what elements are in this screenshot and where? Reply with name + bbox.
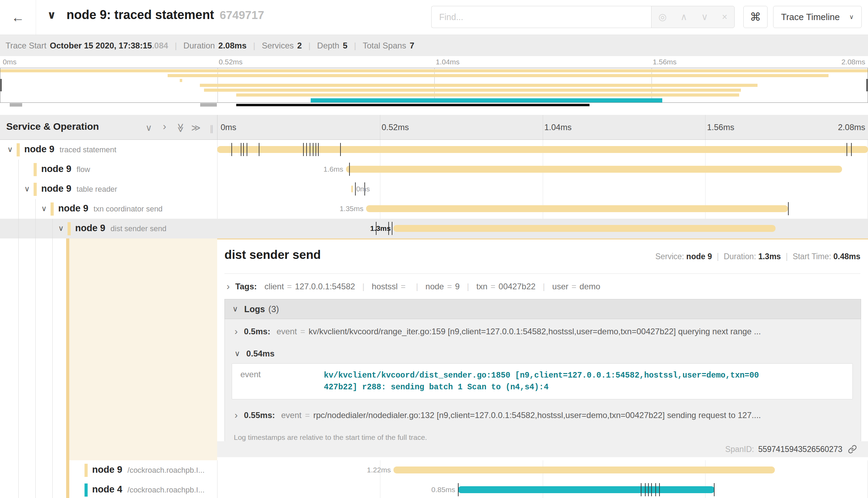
summary-value: October 15 2020, 17:38:15.084 [50,41,168,50]
minimap-drag-handle-right[interactable] [866,79,868,91]
indent-guide [35,460,36,480]
minimap-tick-label: 2.08ms [841,58,865,66]
indent-guide [35,199,36,219]
find-input[interactable] [439,12,645,22]
minimap-drag-handle-left[interactable] [0,79,2,91]
span-detail-left-column [0,238,217,460]
span-row-label-cell[interactable]: node 4/cockroach.roachpb.I... [0,480,217,498]
summary-label: Depth [317,41,339,50]
span-bar[interactable] [366,205,788,212]
service-name: node 4/cockroach.roachpb.I... [92,484,205,495]
link-icon[interactable] [848,445,857,454]
collapse-all-icon[interactable]: ≫ [175,123,186,133]
span-row: ∨node 9table reader0ms [0,179,868,199]
chevron-down-icon: ∨ [234,349,240,358]
tag-key: node [425,282,444,291]
log-entry[interactable]: ›0.55ms:event=rpc/nodedialer/nodedialer.… [225,403,861,428]
locate-icon[interactable]: ◎ [658,11,667,22]
tag-equals: = [490,282,495,291]
clear-search-icon[interactable]: × [722,12,727,22]
timeline-tick-label: 0ms [221,123,236,132]
chevron-down-icon[interactable]: ∨ [24,184,30,193]
expand-all-icon[interactable]: ≫ [191,123,201,133]
log-marker-tick [659,483,660,496]
span-duration-label: 1.35ms [339,205,363,213]
expand-one-icon[interactable]: › [163,120,166,132]
minimap-tick-label: 0.52ms [219,58,243,66]
span-duration-label: 1.6ms [324,165,343,173]
span-row-timeline-cell: 0.85ms [217,480,868,498]
operation-name: dist sender send [110,224,166,233]
selected-span-highlight [69,238,217,460]
span-bar[interactable] [458,486,714,493]
minimap-span-bar [0,69,868,72]
chevron-down-icon[interactable]: ∨ [7,145,13,154]
tag-value: demo [579,282,600,291]
log-marker-tick [788,202,789,215]
minimap-span-bar [168,74,829,77]
timeline-column-header: Service & Operation ∨ › ≫ ≫ ∥ 0ms0.52ms1… [0,115,868,140]
summary-item: Depth5 [317,41,347,51]
timeline-tick-label: 0.52ms [382,123,409,132]
summary-separator: | [354,41,356,51]
log-timestamp: 0.55ms: [244,410,275,420]
operation-name: /cockroach.roachpb.I... [127,486,205,494]
back-button[interactable]: ← [0,0,36,35]
span-row-timeline-cell: 1.3ms [217,219,868,238]
indent-guide [35,238,36,460]
indent-guide [52,480,53,498]
logs-header[interactable]: ∨Logs(3) [224,299,861,319]
tag-item: hostssl= [372,282,409,291]
log-field-key: event [232,370,324,393]
span-row: ∨node 9txn coordinator send1.35ms [0,199,868,219]
chevron-right-icon: › [227,281,230,292]
span-row-label-cell[interactable]: ∨node 9traced statement [0,140,217,160]
span-rows: ∨node 9traced statementnode 9flow1.6ms∨n… [0,140,868,498]
span-row-label-cell[interactable]: ∨node 9txn coordinator send [0,199,217,219]
log-timestamp: 0.5ms: [244,327,270,336]
log-field-table: eventkv/kvclient/kvcoord/dist_sender.go:… [232,363,853,399]
minimap-handle-left[interactable] [10,103,22,107]
tags-accordion[interactable]: ›Tags:client=127.0.0.1:54582|hostssl=|no… [224,278,600,296]
tag-key: client [265,282,284,291]
tag-key: hostssl [372,282,398,291]
span-bar[interactable] [346,166,842,173]
column-resize-grip[interactable]: ∥ [210,124,214,134]
span-row-label-cell[interactable]: node 9flow [0,160,217,179]
minimap-scrollbar[interactable] [236,104,590,106]
span-row-label-cell[interactable]: ∨node 9dist sender send [0,219,217,238]
log-marker-tick [316,143,316,156]
span-bar[interactable] [351,185,353,192]
log-marker-tick [313,143,313,156]
span-row-label-cell[interactable]: node 9/cockroach.roachpb.I... [0,460,217,480]
collapse-one-icon[interactable]: ∨ [145,123,152,133]
keyboard-shortcuts-button[interactable]: ⌘ [743,6,768,28]
summary-item: Duration2.08ms [184,41,247,51]
span-bar[interactable] [393,467,775,473]
next-result-icon[interactable]: ∨ [701,11,708,22]
span-row: node 9/cockroach.roachpb.I...1.22ms [0,460,868,480]
span-bar[interactable] [217,146,868,153]
view-select[interactable]: Trace Timeline ∨ [773,6,862,28]
span-bar[interactable] [393,225,776,232]
overview-separator: | [786,252,788,261]
summary-value: 5 [343,41,347,50]
prev-result-icon[interactable]: ∧ [681,11,688,22]
log-entry-expanded-header[interactable]: ∨0.54ms [225,344,861,363]
log-marker-tick [340,143,341,156]
log-entry[interactable]: ›0.5ms:event=kv/kvclient/kvcoord/range_i… [225,319,861,344]
chevron-down-icon[interactable]: ∨ [41,204,47,213]
overview-label: Duration: [724,252,758,261]
minimap-canvas[interactable] [0,68,868,103]
tags-label: Tags: [235,282,257,291]
log-marker-tick [851,143,852,156]
log-marker-tick [655,483,656,496]
tag-item: txn=00427b22 [476,282,535,291]
trace-collapse-icon[interactable]: ∨ [47,8,56,21]
tag-item: user=demo [552,282,600,291]
minimap-handle-right[interactable] [200,103,217,107]
indent-guide [35,219,36,238]
span-row-label-cell[interactable]: ∨node 9table reader [0,179,217,199]
service-color-bar [17,143,20,156]
chevron-down-icon[interactable]: ∨ [58,224,64,233]
